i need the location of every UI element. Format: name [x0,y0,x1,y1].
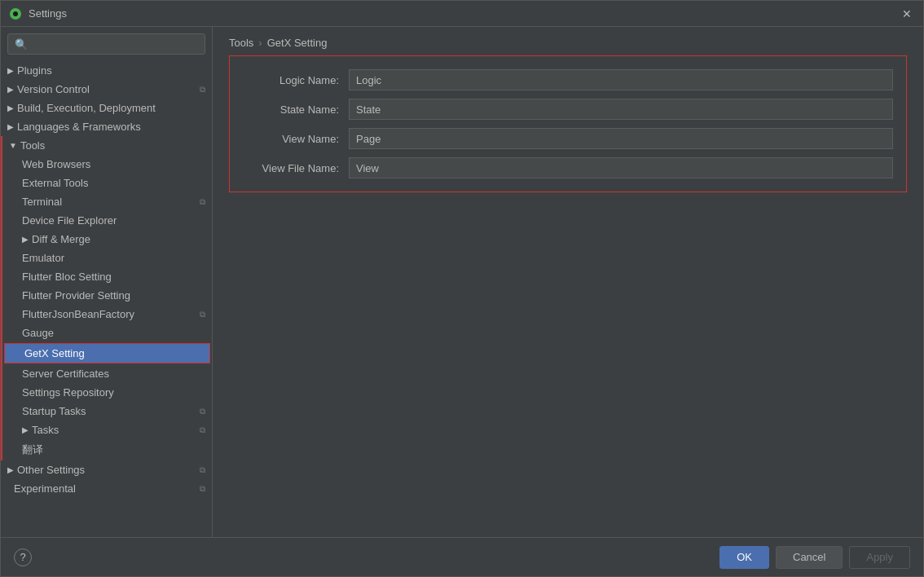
sidebar-item-tools[interactable]: ▼ Tools [2,136,212,155]
search-input[interactable] [15,38,198,51]
expand-arrow: ▶ [22,235,29,244]
form-label-state-name: State Name: [243,104,349,116]
bottom-left: ? [14,548,32,566]
sidebar-label: Other Settings [17,464,85,476]
sidebar-item-tasks[interactable]: ▶ Tasks ⧉ [2,421,212,439]
breadcrumb-parent: Tools [229,37,253,49]
settings-icon [9,7,22,20]
form-label-view-name: View Name: [243,133,349,145]
bottom-bar: ? OK Cancel Apply [1,537,923,576]
badge-icon: ⧉ [200,310,205,319]
sidebar-label: Startup Tasks [22,405,86,417]
right-panel: Tools › GetX Setting Logic Name: State N… [213,27,923,537]
sidebar-item-diff-merge[interactable]: ▶ Diff & Merge [2,230,212,249]
close-button[interactable]: ✕ [899,6,915,22]
settings-form: Logic Name: State Name: View Name: View … [229,55,907,192]
input-view-name[interactable] [349,128,893,149]
sidebar-label: FlutterJsonBeanFactory [22,308,134,320]
sidebar-label: Settings Repository [22,386,114,399]
search-box[interactable] [7,33,205,55]
sidebar-item-experimental[interactable]: Experimental ⧉ [1,479,212,498]
settings-dialog: Settings ✕ ▶ Plugins ▶ Version Control ⧉ [0,0,924,577]
badge-icon: ⧉ [200,425,205,435]
sidebar-label: Version Control [17,83,90,95]
sidebar-item-gauge[interactable]: Gauge [2,324,212,342]
input-state-name[interactable] [349,99,893,120]
sidebar-label: Experimental [14,482,76,495]
sidebar-item-emulator[interactable]: Emulator [2,249,212,267]
sidebar-item-device-file-explorer[interactable]: Device File Explorer [2,211,212,230]
sidebar-label: Languages & Frameworks [17,121,141,133]
sidebar-label: Terminal [22,196,62,208]
expand-arrow: ▶ [7,122,14,131]
sidebar-label: Gauge [22,327,54,339]
form-label-view-file-name: View File Name: [243,162,349,174]
sidebar-label: Flutter Bloc Setting [22,271,112,283]
sidebar-list: ▶ Plugins ▶ Version Control ⧉ ▶ Build, E… [1,61,212,537]
sidebar: ▶ Plugins ▶ Version Control ⧉ ▶ Build, E… [1,27,213,537]
sidebar-item-flutter-bloc[interactable]: Flutter Bloc Setting [2,267,212,286]
badge-icon: ⧉ [200,465,205,475]
badge-icon: ⧉ [200,85,205,95]
form-row-logic-name: Logic Name: [243,69,893,90]
sidebar-item-translate[interactable]: 翻译 [2,439,212,460]
form-label-logic-name: Logic Name: [243,74,349,86]
sidebar-label: 翻译 [22,443,43,457]
sidebar-item-flutter-provider[interactable]: Flutter Provider Setting [2,286,212,305]
badge-icon: ⧉ [200,407,205,416]
expand-arrow: ▶ [7,66,14,75]
svg-point-1 [13,11,18,16]
expand-arrow: ▼ [9,141,17,150]
title-bar: Settings ✕ [1,1,923,27]
tools-section-group: ▼ Tools Web Browsers External Tools Term… [1,136,212,460]
sidebar-label: Web Browsers [22,158,90,170]
sidebar-item-terminal[interactable]: Terminal ⧉ [2,192,212,211]
cancel-button[interactable]: Cancel [776,546,843,569]
sidebar-label: Tools [20,139,45,152]
sidebar-item-version-control[interactable]: ▶ Version Control ⧉ [1,80,212,99]
input-logic-name[interactable] [349,69,893,90]
sidebar-item-other-settings[interactable]: ▶ Other Settings ⧉ [1,460,212,479]
sidebar-item-getx-setting[interactable]: GetX Setting [4,343,210,363]
main-content: ▶ Plugins ▶ Version Control ⧉ ▶ Build, E… [1,27,923,537]
sidebar-item-settings-repository[interactable]: Settings Repository [2,383,212,402]
sidebar-item-server-certificates[interactable]: Server Certificates [2,364,212,383]
sidebar-item-plugins[interactable]: ▶ Plugins [1,61,212,80]
sidebar-item-startup-tasks[interactable]: Startup Tasks ⧉ [2,402,212,421]
sidebar-label: Tasks [32,424,59,436]
panel-spacer [213,192,923,537]
sidebar-item-external-tools[interactable]: External Tools [2,174,212,192]
sidebar-item-languages[interactable]: ▶ Languages & Frameworks [1,117,212,136]
ok-button[interactable]: OK [719,546,769,569]
sidebar-item-build[interactable]: ▶ Build, Execution, Deployment [1,99,212,117]
form-row-view-name: View Name: [243,128,893,149]
sidebar-item-flutter-json-bean[interactable]: FlutterJsonBeanFactory ⧉ [2,305,212,324]
dialog-title: Settings [29,7,899,20]
breadcrumb-current: GetX Setting [267,37,328,49]
sidebar-label: Plugins [17,64,52,77]
breadcrumb-separator: › [258,37,262,49]
expand-arrow: ▶ [22,425,29,434]
apply-button[interactable]: Apply [849,546,910,569]
sidebar-label: GetX Setting [24,347,85,359]
help-button[interactable]: ? [14,548,32,566]
sidebar-item-web-browsers[interactable]: Web Browsers [2,155,212,174]
sidebar-label: Diff & Merge [32,233,90,245]
panel-header: Tools › GetX Setting [213,27,923,55]
expand-arrow: ▶ [7,465,14,474]
bottom-right: OK Cancel Apply [719,546,910,569]
sidebar-label: Device File Explorer [22,214,117,227]
sidebar-label: External Tools [22,177,88,189]
input-view-file-name[interactable] [349,157,893,178]
form-row-view-file-name: View File Name: [243,157,893,178]
sidebar-label: Server Certificates [22,368,109,380]
form-row-state-name: State Name: [243,99,893,120]
sidebar-label: Emulator [22,252,64,264]
sidebar-label: Build, Execution, Deployment [17,102,156,114]
sidebar-label: Flutter Provider Setting [22,289,130,302]
expand-arrow: ▶ [7,85,14,94]
badge-icon: ⧉ [200,484,205,494]
badge-icon: ⧉ [200,197,205,207]
expand-arrow: ▶ [7,104,14,112]
